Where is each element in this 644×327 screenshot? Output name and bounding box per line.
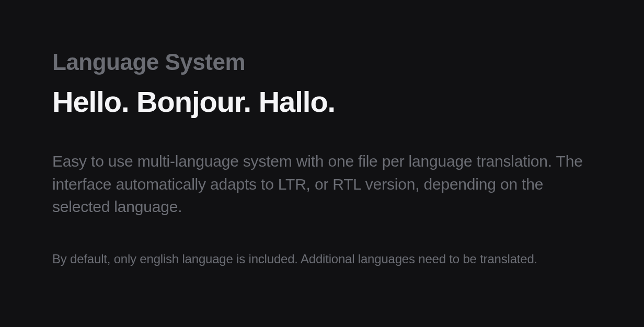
section-eyebrow: Language System xyxy=(52,49,592,75)
section-headline: Hello. Bonjour. Hallo. xyxy=(52,85,592,119)
section-note: By default, only english language is inc… xyxy=(52,252,592,266)
hero-section: Language System Hello. Bonjour. Hallo. E… xyxy=(0,0,644,266)
section-description: Easy to use multi-language system with o… xyxy=(52,150,585,218)
